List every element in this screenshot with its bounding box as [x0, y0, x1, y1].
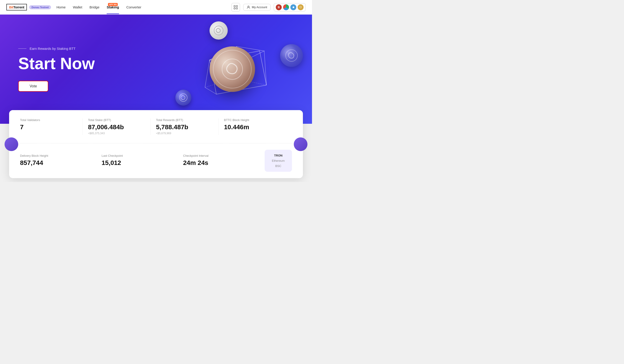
nav-home[interactable]: Home	[56, 5, 66, 9]
wallet-icon-4[interactable]: ⬡	[298, 4, 304, 10]
nav-links: Home Wallet Bridge APY 9% Staking Conver…	[56, 5, 231, 9]
stat-label-validators: Total Validators	[20, 118, 77, 122]
stat-delivery-block: Delivery Block Height 857,744	[20, 154, 102, 167]
small-coin-3-symbol	[284, 48, 299, 63]
main-coin	[209, 46, 255, 92]
wallet-icon-3[interactable]: ◆	[290, 4, 296, 10]
stat-block-height: BTTC Block Height 10.446m	[224, 118, 292, 135]
stat-label-block: BTTC Block Height	[224, 118, 287, 122]
grid-icon-button[interactable]	[231, 3, 240, 12]
network-option-ethereum[interactable]: Ethereum	[271, 159, 286, 163]
hero-title: Start Now	[18, 55, 95, 72]
cube-container	[189, 26, 276, 112]
hero-subtitle: Earn Rewards by Staking BTT	[18, 47, 95, 50]
svg-point-4	[248, 6, 249, 7]
stats-panel: Total Validators 7 Total Stake (BTT) 87,…	[9, 110, 303, 178]
my-account-label: My Account	[252, 5, 267, 9]
stat-label-delivery: Delivery Block Height	[20, 154, 96, 158]
my-account-button[interactable]: My Account	[243, 4, 271, 11]
network-option-tron[interactable]: TRON	[271, 153, 286, 158]
wallet-icon-1[interactable]: B	[276, 4, 282, 10]
stat-sub-rewards: ≈$5,679,969	[156, 132, 213, 135]
small-coin-right	[280, 44, 303, 67]
stat-label-rewards: Total Rewards (BTT)	[156, 118, 213, 122]
stats-top: Total Validators 7 Total Stake (BTT) 87,…	[9, 110, 303, 143]
stat-total-validators: Total Validators 7	[20, 118, 83, 135]
stat-value-delivery: 857,744	[20, 159, 96, 166]
hero-content: Earn Rewards by Staking BTT Start Now Vo…	[18, 47, 95, 92]
logo-part1: Bit	[9, 5, 13, 9]
vote-button[interactable]: Vote	[18, 81, 48, 92]
small-coin-top	[209, 21, 228, 40]
navbar: BitTorrent Donau Testnet Home Wallet Bri…	[0, 0, 312, 15]
svg-line-8	[205, 87, 216, 94]
hero-subtitle-text: Earn Rewards by Staking BTT	[30, 47, 76, 50]
wallet-icon-2[interactable]	[283, 4, 289, 10]
nav-right: My Account B ◆ ⬡	[231, 3, 306, 12]
stat-value-checkpoint: 15,012	[102, 159, 178, 166]
logo[interactable]: BitTorrent	[6, 4, 27, 10]
svg-point-16	[286, 50, 297, 61]
stat-total-stake: Total Stake (BTT) 87,006.484b ≈$85,375,3…	[88, 118, 151, 135]
stats-bottom: Delivery Block Height 857,744 Last Check…	[9, 143, 303, 178]
svg-point-14	[214, 26, 223, 35]
small-coin-left	[175, 90, 191, 106]
stat-value-block: 10.446m	[224, 124, 287, 131]
nav-bridge[interactable]: Bridge	[89, 5, 99, 9]
stat-value-interval: 24m 24s	[183, 159, 259, 166]
stat-label-checkpoint: Last Checkpoint	[102, 154, 178, 158]
network-selector: TRON Ethereum BSC	[265, 150, 292, 172]
nav-staking[interactable]: APY 9% Staking	[106, 5, 119, 9]
stat-sub-stake: ≈$85,375,343	[88, 132, 145, 135]
coin-inner	[213, 50, 252, 89]
stat-label-stake: Total Stake (BTT)	[88, 118, 145, 122]
nav-wallet[interactable]: Wallet	[73, 5, 82, 9]
small-coin-2-symbol	[178, 92, 188, 103]
grid-icon	[234, 5, 238, 9]
network-badge[interactable]: Donau Testnet	[29, 5, 51, 9]
left-blob	[4, 137, 18, 151]
stat-last-checkpoint: Last Checkpoint 15,012	[102, 154, 183, 167]
hero-visual	[153, 15, 312, 124]
right-blob	[294, 137, 308, 151]
network-option-bsc[interactable]: BSC	[271, 164, 286, 168]
svg-rect-2	[234, 8, 235, 9]
stat-value-stake: 87,006.484b	[88, 124, 145, 131]
stat-value-rewards: 5,788.487b	[156, 124, 213, 131]
logo-part2: Torrent	[13, 5, 24, 9]
user-icon	[247, 5, 250, 9]
stat-checkpoint-interval: Checkpoint Interval 24m 24s	[183, 154, 265, 167]
hero-section: Earn Rewards by Staking BTT Start Now Vo…	[0, 15, 312, 124]
svg-rect-0	[234, 5, 235, 7]
svg-line-7	[205, 60, 209, 87]
apy-badge: APY 9%	[108, 3, 118, 6]
stat-label-interval: Checkpoint Interval	[183, 154, 259, 158]
small-coin-1-symbol	[213, 25, 224, 36]
nav-converter[interactable]: Converter	[126, 5, 141, 9]
stat-value-validators: 7	[20, 124, 77, 131]
svg-rect-3	[236, 8, 237, 9]
stat-total-rewards: Total Rewards (BTT) 5,788.487b ≈$5,679,9…	[156, 118, 219, 135]
coin-symbol	[219, 55, 246, 83]
wallet-icons-group: B ◆ ⬡	[274, 3, 306, 11]
svg-rect-1	[236, 5, 237, 7]
